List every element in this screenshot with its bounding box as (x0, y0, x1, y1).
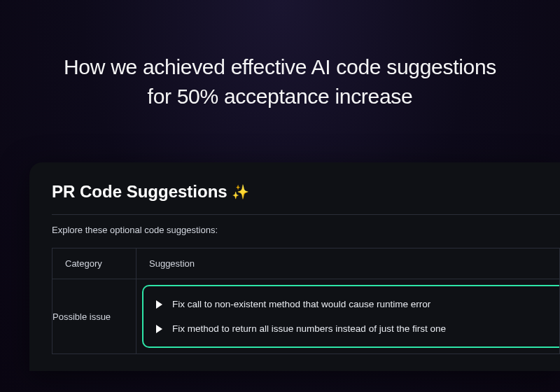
column-header-category: Category (52, 248, 136, 279)
sparkle-icon: ✨ (232, 183, 249, 200)
suggestion-text: Fix call to non-existent method that wou… (172, 299, 430, 309)
panel-divider (52, 214, 560, 215)
panel-title-text: PR Code Suggestions (52, 182, 227, 202)
category-cell: Possible issue (52, 279, 136, 354)
hero-title-line1: How we achieved effective AI code sugges… (64, 55, 496, 78)
play-icon (156, 325, 162, 333)
hero-title: How we achieved effective AI code sugges… (0, 0, 560, 111)
suggestion-item[interactable]: Fix method to return all issue numbers i… (144, 316, 559, 341)
suggestions-table: Category Suggestion Possible issue Fix c… (52, 248, 560, 354)
suggestion-item[interactable]: Fix call to non-existent method that wou… (144, 292, 559, 316)
column-header-suggestion: Suggestion (136, 248, 560, 279)
play-icon (156, 300, 162, 309)
suggestion-highlight-box: Fix call to non-existent method that wou… (142, 285, 559, 348)
suggestion-text: Fix method to return all issue numbers i… (172, 323, 446, 334)
panel-title: PR Code Suggestions ✨ (52, 182, 560, 202)
suggestion-cell: Fix call to non-existent method that wou… (136, 279, 560, 354)
hero-title-line2: for 50% acceptance increase (148, 85, 413, 108)
table-row: Possible issue Fix call to non-existent … (52, 279, 560, 354)
panel-subtitle: Explore these optional code suggestions: (52, 225, 560, 235)
suggestions-panel: PR Code Suggestions ✨ Explore these opti… (29, 162, 560, 371)
